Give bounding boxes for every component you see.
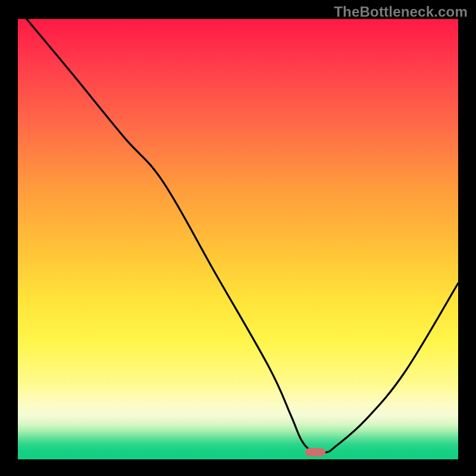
optimal-marker [305, 448, 325, 456]
watermark-text: TheBottleneck.com [334, 4, 468, 20]
bottleneck-curve [18, 19, 458, 459]
plot-area [18, 19, 458, 459]
chart-frame: TheBottleneck.com [0, 0, 476, 476]
